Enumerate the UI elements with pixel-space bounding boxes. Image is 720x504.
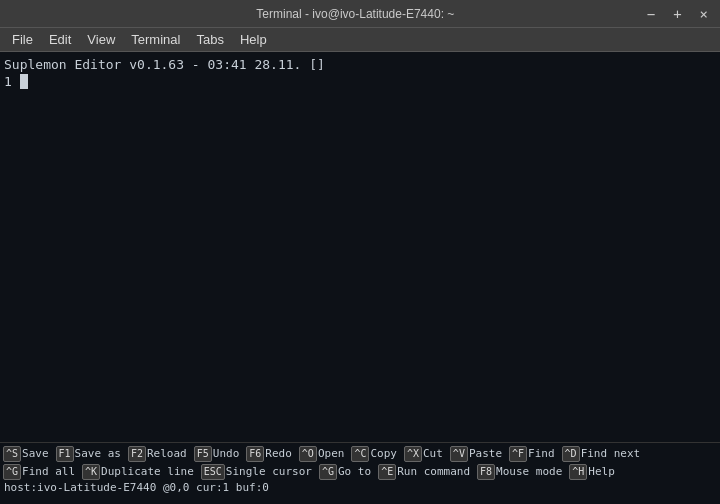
shortcut-label-save-as: Save as bbox=[75, 445, 121, 463]
shortcut-key-single-cursor: ESC bbox=[201, 464, 225, 480]
window-title: Terminal - ivo@ivo-Latitude-E7440: ~ bbox=[68, 7, 643, 21]
shortcut-key-find: ^F bbox=[509, 446, 527, 462]
shortcut-label-reload: Reload bbox=[147, 445, 187, 463]
shortcut-key-save-as: F1 bbox=[56, 446, 74, 462]
shortcut-label-mouse-mode: Mouse mode bbox=[496, 463, 562, 481]
shortcut-key-reload: F2 bbox=[128, 446, 146, 462]
shortcut-key-open: ^O bbox=[299, 446, 317, 462]
window-controls[interactable]: − + × bbox=[643, 6, 712, 22]
shortcut-label-find-next: Find next bbox=[581, 445, 641, 463]
shortcut-label-run-command: Run command bbox=[397, 463, 470, 481]
cursor bbox=[20, 74, 28, 89]
minimize-button[interactable]: − bbox=[643, 6, 659, 22]
shortcut-key-help: ^H bbox=[569, 464, 587, 480]
status-row-1: ^SSaveF1Save asF2ReloadF5UndoF6Redo^OOpe… bbox=[2, 445, 718, 463]
shortcut-label-open: Open bbox=[318, 445, 345, 463]
shortcut-key-copy: ^C bbox=[351, 446, 369, 462]
shortcut-label-find-all: Find all bbox=[22, 463, 75, 481]
shortcut-key-paste: ^V bbox=[450, 446, 468, 462]
shortcut-label-save: Save bbox=[22, 445, 49, 463]
menu-item-edit[interactable]: Edit bbox=[41, 30, 79, 49]
shortcut-key-duplicate-line: ^K bbox=[82, 464, 100, 480]
terminal-line-1: Suplemon Editor v0.1.63 - 03:41 28.11. [… bbox=[4, 56, 716, 73]
terminal-area[interactable]: Suplemon Editor v0.1.63 - 03:41 28.11. [… bbox=[0, 52, 720, 442]
shortcut-key-cut: ^X bbox=[404, 446, 422, 462]
menu-item-help[interactable]: Help bbox=[232, 30, 275, 49]
shortcut-label-paste: Paste bbox=[469, 445, 502, 463]
menu-item-tabs[interactable]: Tabs bbox=[188, 30, 231, 49]
shortcut-label-duplicate-line: Duplicate line bbox=[101, 463, 194, 481]
shortcut-key-go-to: ^G bbox=[319, 464, 337, 480]
shortcut-label-find: Find bbox=[528, 445, 555, 463]
shortcut-label-help: Help bbox=[588, 463, 615, 481]
shortcut-label-undo: Undo bbox=[213, 445, 240, 463]
shortcut-label-cut: Cut bbox=[423, 445, 443, 463]
menu-item-file[interactable]: File bbox=[4, 30, 41, 49]
shortcut-label-go-to: Go to bbox=[338, 463, 371, 481]
maximize-button[interactable]: + bbox=[669, 6, 685, 22]
status-info: host:ivo-Latitude-E7440 @0,0 cur:1 buf:0 bbox=[2, 481, 718, 494]
terminal-line-2: 1 bbox=[4, 73, 716, 90]
menu-item-terminal[interactable]: Terminal bbox=[123, 30, 188, 49]
shortcut-key-redo: F6 bbox=[246, 446, 264, 462]
shortcut-key-find-all: ^G bbox=[3, 464, 21, 480]
shortcut-label-single-cursor: Single cursor bbox=[226, 463, 312, 481]
menu-item-view[interactable]: View bbox=[79, 30, 123, 49]
shortcut-label-copy: Copy bbox=[370, 445, 397, 463]
close-button[interactable]: × bbox=[696, 6, 712, 22]
titlebar: Terminal - ivo@ivo-Latitude-E7440: ~ − +… bbox=[0, 0, 720, 28]
shortcut-key-run-command: ^E bbox=[378, 464, 396, 480]
status-row-2: ^GFind all^KDuplicate lineESCSingle curs… bbox=[2, 463, 718, 481]
shortcut-key-find-next: ^D bbox=[562, 446, 580, 462]
shortcut-label-redo: Redo bbox=[265, 445, 292, 463]
statusbar: ^SSaveF1Save asF2ReloadF5UndoF6Redo^OOpe… bbox=[0, 442, 720, 504]
shortcut-key-save: ^S bbox=[3, 446, 21, 462]
shortcut-key-undo: F5 bbox=[194, 446, 212, 462]
menubar: FileEditViewTerminalTabsHelp bbox=[0, 28, 720, 52]
shortcut-key-mouse-mode: F8 bbox=[477, 464, 495, 480]
